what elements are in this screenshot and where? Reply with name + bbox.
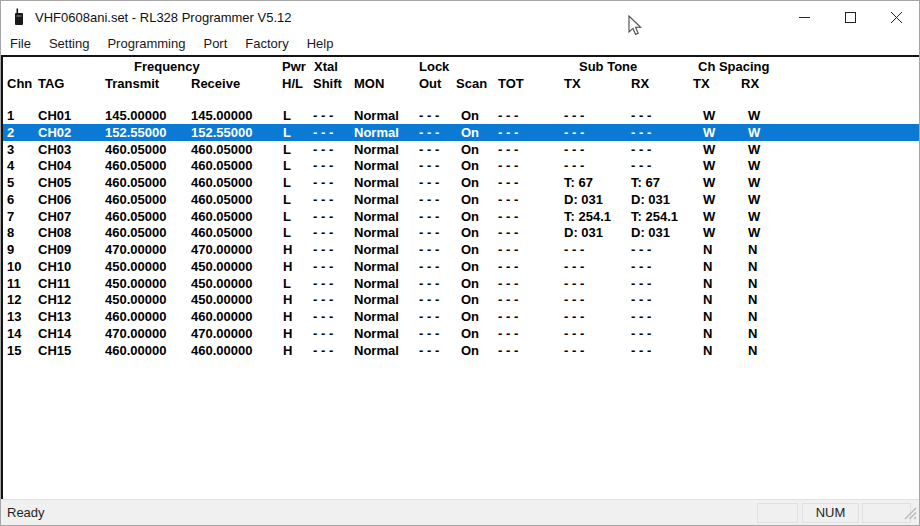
close-button[interactable] xyxy=(873,1,919,33)
cell-pwr[interactable]: L xyxy=(283,174,291,191)
cell-chn[interactable]: 15 xyxy=(7,342,21,359)
cell-spacing-rx[interactable]: N xyxy=(748,308,757,325)
menu-setting[interactable]: Setting xyxy=(40,33,98,55)
cell-tot[interactable]: - - - xyxy=(498,325,518,342)
table-row[interactable]: 8CH08460.05000460.05000L- - -Normal- - -… xyxy=(3,224,919,241)
table-row[interactable]: 3CH03460.05000460.05000L- - -Normal- - -… xyxy=(3,141,919,158)
cell-scan[interactable]: On xyxy=(461,342,479,359)
cell-shift[interactable]: - - - xyxy=(313,291,333,308)
cell-spacing-tx[interactable]: N xyxy=(703,342,712,359)
cell-mon[interactable]: Normal xyxy=(354,157,399,174)
cell-scan[interactable]: On xyxy=(461,308,479,325)
cell-receive[interactable]: 450.00000 xyxy=(191,275,252,292)
cell-spacing-tx[interactable]: W xyxy=(703,157,715,174)
cell-spacing-rx[interactable]: N xyxy=(748,241,757,258)
cell-lock-out[interactable]: - - - xyxy=(419,224,439,241)
cell-spacing-rx[interactable]: W xyxy=(748,157,760,174)
cell-mon[interactable]: Normal xyxy=(354,224,399,241)
cell-tot[interactable]: - - - xyxy=(498,174,518,191)
cell-transmit[interactable]: 460.05000 xyxy=(105,157,166,174)
cell-subtone-tx[interactable]: - - - xyxy=(564,157,584,174)
cell-tag[interactable]: CH09 xyxy=(38,241,71,258)
resize-grip-icon[interactable] xyxy=(903,506,917,523)
cell-pwr[interactable]: H xyxy=(283,325,292,342)
cell-spacing-rx[interactable]: W xyxy=(748,124,760,141)
cell-shift[interactable]: - - - xyxy=(313,342,333,359)
cell-subtone-rx[interactable]: - - - xyxy=(631,258,651,275)
cell-spacing-tx[interactable]: N xyxy=(703,308,712,325)
cell-subtone-tx[interactable]: - - - xyxy=(564,107,584,124)
cell-spacing-tx[interactable]: W xyxy=(703,191,715,208)
cell-subtone-rx[interactable]: - - - xyxy=(631,325,651,342)
cell-shift[interactable]: - - - xyxy=(313,308,333,325)
cell-receive[interactable]: 460.05000 xyxy=(191,191,252,208)
cell-subtone-tx[interactable]: D: 031 xyxy=(564,191,603,208)
cell-lock-out[interactable]: - - - xyxy=(419,241,439,258)
cell-mon[interactable]: Normal xyxy=(354,342,399,359)
cell-transmit[interactable]: 450.00000 xyxy=(105,291,166,308)
cell-scan[interactable]: On xyxy=(461,107,479,124)
cell-spacing-rx[interactable]: N xyxy=(748,291,757,308)
cell-subtone-tx[interactable]: T: 67 xyxy=(564,174,593,191)
cell-scan[interactable]: On xyxy=(461,241,479,258)
cell-tot[interactable]: - - - xyxy=(498,208,518,225)
cell-transmit[interactable]: 470.00000 xyxy=(105,325,166,342)
cell-receive[interactable]: 152.55000 xyxy=(191,124,252,141)
table-row[interactable]: 5CH05460.05000460.05000L- - -Normal- - -… xyxy=(3,174,919,191)
cell-tag[interactable]: CH14 xyxy=(38,325,71,342)
cell-pwr[interactable]: L xyxy=(283,141,291,158)
table-row[interactable]: 13CH13460.00000460.00000H- - -Normal- - … xyxy=(3,308,919,325)
cell-scan[interactable]: On xyxy=(461,325,479,342)
cell-subtone-tx[interactable]: - - - xyxy=(564,291,584,308)
cell-scan[interactable]: On xyxy=(461,174,479,191)
cell-subtone-rx[interactable]: - - - xyxy=(631,342,651,359)
cell-chn[interactable]: 10 xyxy=(7,258,21,275)
cell-pwr[interactable]: L xyxy=(283,224,291,241)
cell-spacing-tx[interactable]: N xyxy=(703,275,712,292)
cell-subtone-rx[interactable]: D: 031 xyxy=(631,191,670,208)
cell-mon[interactable]: Normal xyxy=(354,208,399,225)
cell-spacing-rx[interactable]: W xyxy=(748,224,760,241)
cell-chn[interactable]: 4 xyxy=(7,157,14,174)
cell-lock-out[interactable]: - - - xyxy=(419,291,439,308)
table-row[interactable]: 6CH06460.05000460.05000L- - -Normal- - -… xyxy=(3,191,919,208)
cell-shift[interactable]: - - - xyxy=(313,124,333,141)
cell-receive[interactable]: 460.05000 xyxy=(191,141,252,158)
cell-lock-out[interactable]: - - - xyxy=(419,325,439,342)
cell-spacing-tx[interactable]: N xyxy=(703,241,712,258)
cell-spacing-rx[interactable]: N xyxy=(748,275,757,292)
cell-subtone-tx[interactable]: T: 254.1 xyxy=(564,208,611,225)
cell-chn[interactable]: 2 xyxy=(7,124,14,141)
cell-mon[interactable]: Normal xyxy=(354,325,399,342)
cell-tag[interactable]: CH02 xyxy=(38,124,71,141)
cell-tot[interactable]: - - - xyxy=(498,342,518,359)
table-row[interactable]: 15CH15460.00000460.00000H- - -Normal- - … xyxy=(3,342,919,359)
cell-tot[interactable]: - - - xyxy=(498,275,518,292)
cell-pwr[interactable]: L xyxy=(283,107,291,124)
cell-spacing-tx[interactable]: W xyxy=(703,141,715,158)
table-row[interactable]: 1CH01145.00000145.00000L- - -Normal- - -… xyxy=(3,107,919,124)
cell-tag[interactable]: CH11 xyxy=(38,275,71,292)
cell-tag[interactable]: CH10 xyxy=(38,258,71,275)
cell-subtone-tx[interactable]: - - - xyxy=(564,124,584,141)
cell-subtone-rx[interactable]: T: 254.1 xyxy=(631,208,678,225)
cell-tag[interactable]: CH01 xyxy=(38,107,71,124)
cell-transmit[interactable]: 460.05000 xyxy=(105,224,166,241)
cell-lock-out[interactable]: - - - xyxy=(419,208,439,225)
cell-chn[interactable]: 6 xyxy=(7,191,14,208)
minimize-button[interactable] xyxy=(781,1,827,33)
cell-tot[interactable]: - - - xyxy=(498,124,518,141)
cell-subtone-tx[interactable]: - - - xyxy=(564,325,584,342)
cell-receive[interactable]: 460.05000 xyxy=(191,208,252,225)
cell-transmit[interactable]: 460.05000 xyxy=(105,174,166,191)
cell-shift[interactable]: - - - xyxy=(313,275,333,292)
cell-tag[interactable]: CH12 xyxy=(38,291,71,308)
cell-chn[interactable]: 7 xyxy=(7,208,14,225)
table-row[interactable]: 9CH09470.00000470.00000H- - -Normal- - -… xyxy=(3,241,919,258)
cell-chn[interactable]: 8 xyxy=(7,224,14,241)
cell-pwr[interactable]: H xyxy=(283,308,292,325)
cell-chn[interactable]: 1 xyxy=(7,107,14,124)
cell-spacing-rx[interactable]: W xyxy=(748,107,760,124)
cell-pwr[interactable]: L xyxy=(283,208,291,225)
cell-spacing-tx[interactable]: N xyxy=(703,258,712,275)
